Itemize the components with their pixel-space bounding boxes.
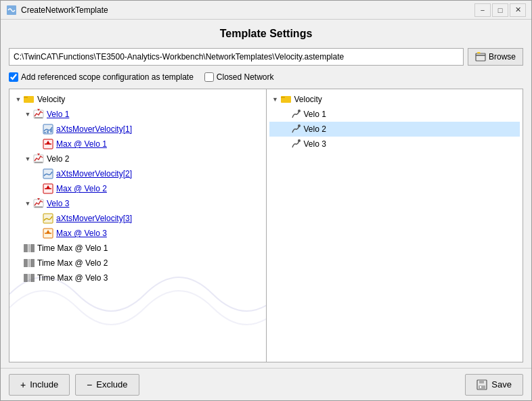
folder-icon [280, 93, 292, 105]
svg-rect-36 [28, 259, 30, 267]
plus-icon: + [20, 379, 26, 390]
toggle-icon[interactable]: ▼ [23, 110, 32, 119]
tree-label: Velo 1 [47, 110, 69, 119]
path-input[interactable] [9, 48, 464, 66]
maximize-button[interactable]: □ [492, 3, 508, 17]
tree-label: Max @ Velo 2 [56, 184, 107, 193]
spacer [32, 214, 42, 223]
svg-rect-42 [281, 97, 285, 98]
signal-red-icon [42, 138, 54, 150]
browse-label: Browse [489, 52, 516, 62]
panels-container: ▼ Velocity ▼ [9, 89, 523, 362]
close-button[interactable]: ✕ [510, 3, 526, 17]
svg-rect-40 [30, 274, 35, 282]
spacer [14, 273, 23, 283]
options-row: Add referenced scope configuration as te… [9, 72, 523, 82]
svg-rect-32 [24, 244, 28, 252]
time-icon [23, 257, 35, 269]
minimize-button[interactable]: − [474, 3, 491, 17]
svg-point-43 [298, 110, 301, 112]
tree-label: aXtsMoverVelocity[2] [56, 169, 132, 179]
add-scope-checkbox[interactable] [9, 72, 18, 82]
toggle-icon[interactable]: ▼ [23, 154, 32, 164]
tree-row[interactable]: aXtsMoverVelocity[1] [12, 122, 263, 137]
tree-label: Velo 2 [47, 154, 69, 164]
tree-label: Velocity [37, 95, 65, 104]
axis-icon [32, 197, 45, 210]
main-window: CreateNetworkTemplate − □ ✕ Template Set… [0, 0, 532, 401]
time-icon [23, 242, 35, 254]
spacer [32, 124, 42, 134]
chart-icon [42, 168, 54, 180]
spacer [280, 110, 290, 119]
tree-row[interactable]: ▼ Velocity [269, 92, 520, 107]
tree-row[interactable]: ▼ Velo 3 [12, 196, 263, 211]
exclude-label: Exclude [96, 379, 127, 390]
tree-row[interactable]: ▼ Velo 1 [12, 107, 263, 122]
include-label: Include [30, 379, 58, 390]
toggle-icon[interactable]: ▼ [271, 95, 280, 104]
svg-rect-48 [479, 385, 485, 389]
save-icon [476, 379, 487, 390]
tree-label: Velo 3 [47, 199, 69, 208]
chart-icon [42, 212, 54, 225]
svg-rect-2 [476, 55, 485, 56]
tree-row[interactable]: aXtsMoverVelocity[3] [12, 211, 263, 226]
tree-row[interactable]: Max @ Velo 1 [12, 137, 263, 151]
tree-label: aXtsMoverVelocity[1] [56, 124, 132, 134]
signal-red-icon [42, 183, 54, 195]
add-scope-option[interactable]: Add referenced scope configuration as te… [9, 72, 194, 82]
svg-point-45 [298, 139, 301, 142]
svg-rect-49 [480, 386, 481, 388]
spacer [32, 169, 42, 179]
folder-icon [23, 93, 35, 105]
svg-rect-1 [476, 53, 485, 61]
svg-rect-38 [24, 274, 28, 282]
signal-icon [290, 138, 302, 150]
tree-row[interactable]: Velo 1 [269, 107, 520, 122]
spacer [32, 229, 42, 238]
save-button[interactable]: Save [465, 374, 523, 396]
toggle-icon[interactable]: ▼ [23, 199, 32, 208]
tree-label: Max @ Velo 3 [56, 229, 107, 238]
signal-icon [290, 108, 302, 120]
closed-network-option[interactable]: Closed Network [204, 72, 274, 82]
window-title: CreateNetworkTemplate [21, 5, 108, 15]
toggle-icon[interactable]: ▼ [14, 95, 23, 104]
exclude-button[interactable]: − Exclude [75, 374, 139, 396]
tree-row[interactable]: Velo 3 [269, 137, 520, 151]
title-bar-controls: − □ ✕ [474, 3, 526, 17]
spacer [280, 139, 290, 149]
footer: + Include − Exclude Save [1, 368, 531, 400]
tree-row[interactable]: Max @ Velo 3 [12, 226, 263, 241]
closed-network-checkbox[interactable] [204, 72, 214, 82]
tree-row[interactable]: ▼ Velo 2 [12, 151, 263, 166]
include-button[interactable]: + Include [9, 374, 70, 396]
tree-row[interactable]: Time Max @ Velo 2 [12, 256, 263, 270]
tree-label: Time Max @ Velo 3 [37, 273, 108, 283]
tree-row[interactable]: aXtsMoverVelocity[2] [12, 166, 263, 181]
tree-row[interactable]: Time Max @ Velo 3 [12, 270, 263, 285]
tree-row[interactable]: ▼ Velocity [12, 92, 263, 107]
minus-icon: − [87, 379, 92, 390]
time-icon [23, 272, 35, 284]
tree-row[interactable]: Time Max @ Velo 1 [12, 241, 263, 256]
svg-rect-4 [24, 97, 28, 98]
tree-row[interactable]: Max @ Velo 2 [12, 181, 263, 196]
closed-network-label: Closed Network [217, 72, 274, 82]
svg-rect-33 [28, 244, 30, 252]
axis-icon [32, 108, 45, 120]
page-title: Template Settings [9, 28, 523, 40]
chart-icon [42, 123, 54, 135]
right-panel: ▼ Velocity [267, 89, 523, 362]
title-bar: CreateNetworkTemplate − □ ✕ [1, 1, 531, 20]
title-bar-left: CreateNetworkTemplate [6, 5, 108, 16]
svg-rect-9 [44, 132, 46, 133]
spacer [32, 184, 42, 193]
svg-rect-37 [30, 259, 35, 267]
footer-left-buttons: + Include − Exclude [9, 374, 139, 396]
svg-rect-10 [47, 131, 49, 133]
axis-icon [32, 153, 45, 165]
browse-button[interactable]: Browse [468, 48, 523, 66]
tree-row[interactable]: Velo 2 [269, 122, 520, 137]
